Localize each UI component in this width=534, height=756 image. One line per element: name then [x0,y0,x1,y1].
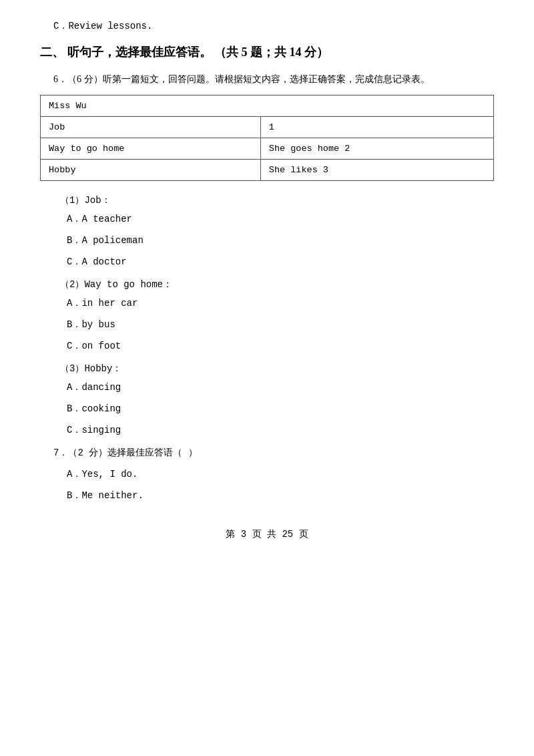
page-footer: 第 3 页 共 25 页 [40,528,494,540]
table-header-row: Miss Wu [41,96,494,117]
option-text: A．in her car [67,298,138,309]
question7-options: A．Yes, I do. B．Me neither. [40,468,494,502]
option-text: C．singing [67,425,121,435]
option-text: C．on foot [67,341,121,351]
table-row: Job 1 [41,117,494,138]
table-row: Way to go home She goes home 2 [41,138,494,160]
section-c-item: C．Review lessons. [40,20,494,32]
sub1-label-text: （1）Job： [60,195,111,206]
section-two-title: 二、 听句子，选择最佳应答语。 （共 5 题；共 14 分） [40,44,328,60]
sub2-label: （2）Way to go home： [40,278,494,291]
page-number: 第 3 页 共 25 页 [226,529,308,540]
table-cell-job-label: Job [41,117,261,138]
option-text: A．dancing [67,382,121,393]
option-text: B．A policeman [67,235,144,246]
table-header-cell: Miss Wu [41,96,494,117]
list-item: B．by bus [67,319,494,331]
option-text: C．A doctor [67,256,127,267]
table-cell-way-label: Way to go home [41,138,261,160]
table-cell-hobby-label: Hobby [41,160,261,181]
option-text: B．by bus [67,319,115,330]
table-cell-way-value: She goes home 2 [260,138,493,160]
table-cell-job-value: 1 [260,117,493,138]
sub2-label-text: （2）Way to go home： [60,279,172,290]
option-text: B．Me neither. [67,490,144,501]
section-two-header: 二、 听句子，选择最佳应答语。 （共 5 题；共 14 分） [40,44,494,60]
table-row: Hobby She likes 3 [41,160,494,181]
table-cell-hobby-value: She likes 3 [260,160,493,181]
section-c-text: C．Review lessons. [53,21,152,31]
sub3-label: （3）Hobby： [40,363,494,375]
sub1-options: A．A teacher B．A policeman C．A doctor [40,213,494,268]
sub3-label-text: （3）Hobby： [60,363,121,374]
info-table: Miss Wu Job 1 Way to go home She goes ho… [40,95,494,181]
list-item: A．in her car [67,297,494,309]
sub2-options: A．in her car B．by bus C．on foot [40,297,494,352]
question6-intro-text: 6．（6 分）听第一篇短文，回答问题。请根据短文内容，选择正确答案，完成信息记录… [53,74,430,84]
list-item: B．Me neither. [67,490,494,502]
option-text: B．cooking [67,403,121,414]
list-item: C．A doctor [67,256,494,268]
sub1-label: （1）Job： [40,194,494,206]
question7-intro-text: 7．（2 分）选择最佳应答语（ ） [53,447,198,458]
option-text: A．A teacher [67,214,132,224]
list-item: C．on foot [67,340,494,352]
question7-intro: 7．（2 分）选择最佳应答语（ ） [40,447,494,459]
sub3-options: A．dancing B．cooking C．singing [40,381,494,436]
page-content: C．Review lessons. 二、 听句子，选择最佳应答语。 （共 5 题… [40,20,494,540]
list-item: A．dancing [67,381,494,393]
option-text: A．Yes, I do. [67,469,138,480]
list-item: A．A teacher [67,213,494,225]
list-item: B．cooking [67,403,494,415]
list-item: A．Yes, I do. [67,468,494,480]
question6-intro: 6．（6 分）听第一篇短文，回答问题。请根据短文内容，选择正确答案，完成信息记录… [40,73,494,85]
list-item: B．A policeman [67,234,494,246]
list-item: C．singing [67,424,494,436]
